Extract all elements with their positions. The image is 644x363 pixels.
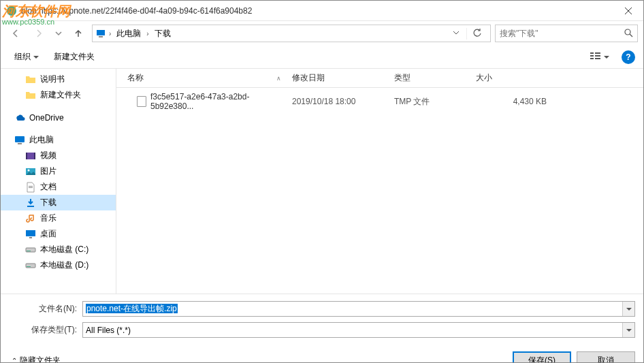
filetype-row: 保存类型(T): All Files (*.*) xyxy=(9,322,635,338)
arrow-left-icon xyxy=(11,29,20,38)
search-box[interactable] xyxy=(495,25,638,42)
dropdown-arrow-icon xyxy=(33,54,39,60)
main-area: 说明书 新建文件夹 OneDrive 此电脑 视频 图片 文档 xyxy=(1,69,643,294)
close-button[interactable] xyxy=(613,1,643,20)
new-folder-button[interactable]: 新建文件夹 xyxy=(48,48,100,65)
view-icon xyxy=(590,52,602,62)
chevron-down-icon xyxy=(626,306,632,312)
chevron-up-icon: ⌃ xyxy=(12,357,17,364)
svg-rect-1 xyxy=(97,30,105,35)
chevron-down-icon xyxy=(626,328,632,333)
sidebar-item-downloads[interactable]: 下载 xyxy=(1,195,116,210)
folder-icon xyxy=(25,74,36,85)
sort-indicator-icon: ∧ xyxy=(276,75,281,82)
sidebar-item-music[interactable]: 音乐 xyxy=(1,210,116,226)
column-size[interactable]: 大小 xyxy=(470,69,552,87)
svg-rect-25 xyxy=(27,266,31,267)
navigation-row: › 此电脑 › 下载 xyxy=(1,21,643,46)
recent-button[interactable] xyxy=(52,25,65,42)
forward-button[interactable] xyxy=(29,25,48,42)
sidebar-item-desktop[interactable]: 桌面 xyxy=(1,226,116,242)
svg-rect-8 xyxy=(595,55,600,57)
video-icon xyxy=(25,151,36,161)
music-icon xyxy=(25,213,36,224)
sidebar-item-video[interactable]: 视频 xyxy=(1,148,116,163)
window-title: blob:https://v.pnote.net/22f4f46e-d04f-4… xyxy=(21,6,613,16)
view-options-button[interactable] xyxy=(586,50,613,65)
hide-folders-button[interactable]: ⌃ 隐藏文件夹 xyxy=(9,353,63,364)
organize-menu[interactable]: 组织 xyxy=(9,48,44,65)
file-list: 名称 ∧ 修改日期 类型 大小 f3c5e517-a2e6-47a3-a2bd-… xyxy=(116,69,643,294)
svg-rect-12 xyxy=(26,153,35,159)
breadcrumb-root[interactable]: 此电脑 xyxy=(114,27,144,41)
documents-icon xyxy=(25,182,36,193)
filetype-dropdown[interactable] xyxy=(622,323,634,337)
title-bar: blob:https://v.pnote.net/22f4f46e-d04f-4… xyxy=(1,1,643,21)
up-button[interactable] xyxy=(69,25,88,42)
pc-icon xyxy=(14,135,25,146)
pc-icon xyxy=(95,28,106,39)
sidebar-item-newfolder[interactable]: 新建文件夹 xyxy=(1,87,116,103)
svg-point-16 xyxy=(28,169,30,171)
app-icon xyxy=(6,5,17,16)
svg-rect-7 xyxy=(595,52,600,54)
disk-icon xyxy=(25,244,36,255)
svg-rect-6 xyxy=(590,58,594,59)
file-icon xyxy=(137,96,146,107)
help-button[interactable]: ? xyxy=(622,50,635,64)
search-input[interactable] xyxy=(500,29,624,38)
svg-rect-13 xyxy=(26,153,27,159)
svg-rect-24 xyxy=(26,264,35,268)
svg-rect-17 xyxy=(29,186,33,187)
filename-input-text[interactable]: pnote.net-在线导出帧.zip xyxy=(86,304,178,313)
filename-label: 文件名(N): xyxy=(9,303,82,315)
column-date[interactable]: 修改日期 xyxy=(287,69,389,87)
column-name[interactable]: 名称 ∧ xyxy=(116,69,287,87)
toolbar: 组织 新建文件夹 ? xyxy=(1,46,643,69)
address-bar[interactable]: › 此电脑 › 下载 xyxy=(92,25,491,42)
svg-rect-4 xyxy=(590,52,594,54)
chevron-right-icon: › xyxy=(146,30,148,37)
column-type[interactable]: 类型 xyxy=(389,69,470,87)
desktop-icon xyxy=(25,229,36,240)
svg-rect-22 xyxy=(26,248,35,252)
arrow-up-icon xyxy=(74,29,83,38)
breadcrumb-folder[interactable]: 下载 xyxy=(152,27,174,41)
search-icon[interactable] xyxy=(624,28,633,40)
filetype-value: All Files (*.*) xyxy=(83,326,131,335)
svg-rect-10 xyxy=(15,136,25,142)
refresh-icon xyxy=(472,28,482,37)
sidebar-item-disk-d[interactable]: 本地磁盘 (D:) xyxy=(1,257,116,273)
cancel-button[interactable]: 取消 xyxy=(577,351,635,363)
svg-rect-11 xyxy=(18,143,22,144)
file-size: 4,430 KB xyxy=(470,97,552,106)
svg-rect-18 xyxy=(29,187,33,188)
refresh-button[interactable] xyxy=(466,28,487,40)
save-button[interactable]: 保存(S) xyxy=(513,351,571,363)
filetype-field[interactable]: All Files (*.*) xyxy=(82,322,635,338)
svg-rect-19 xyxy=(27,206,34,207)
address-dropdown[interactable] xyxy=(449,29,464,38)
svg-rect-20 xyxy=(26,230,35,236)
file-name: f3c5e517-a2e6-47a3-a2bd-5b92e380... xyxy=(150,92,281,111)
button-row: ⌃ 隐藏文件夹 保存(S) 取消 xyxy=(9,351,635,363)
filetype-label: 保存类型(T): xyxy=(9,324,82,336)
sidebar-item-thispc[interactable]: 此电脑 xyxy=(1,132,116,148)
onedrive-icon xyxy=(14,112,25,123)
folder-icon xyxy=(25,90,36,101)
filename-field[interactable]: pnote.net-在线导出帧.zip xyxy=(82,301,635,317)
sidebar-item-pictures[interactable]: 图片 xyxy=(1,163,116,179)
navigation-sidebar: 说明书 新建文件夹 OneDrive 此电脑 视频 图片 文档 xyxy=(1,69,116,294)
filename-dropdown[interactable] xyxy=(622,302,634,316)
sidebar-item-onedrive[interactable]: OneDrive xyxy=(1,110,116,125)
chevron-down-icon xyxy=(55,30,62,37)
file-date: 2019/10/18 18:00 xyxy=(287,97,389,106)
sidebar-item-disk-c[interactable]: 本地磁盘 (C:) xyxy=(1,242,116,257)
chevron-right-icon: › xyxy=(109,30,111,37)
chevron-down-icon xyxy=(453,29,460,36)
sidebar-item-docs[interactable]: 说明书 xyxy=(1,72,116,87)
file-row[interactable]: f3c5e517-a2e6-47a3-a2bd-5b92e380... 2019… xyxy=(116,93,643,110)
back-button[interactable] xyxy=(6,25,25,42)
sidebar-item-documents[interactable]: 文档 xyxy=(1,179,116,195)
bottom-panel: 文件名(N): pnote.net-在线导出帧.zip 保存类型(T): All… xyxy=(1,294,643,363)
